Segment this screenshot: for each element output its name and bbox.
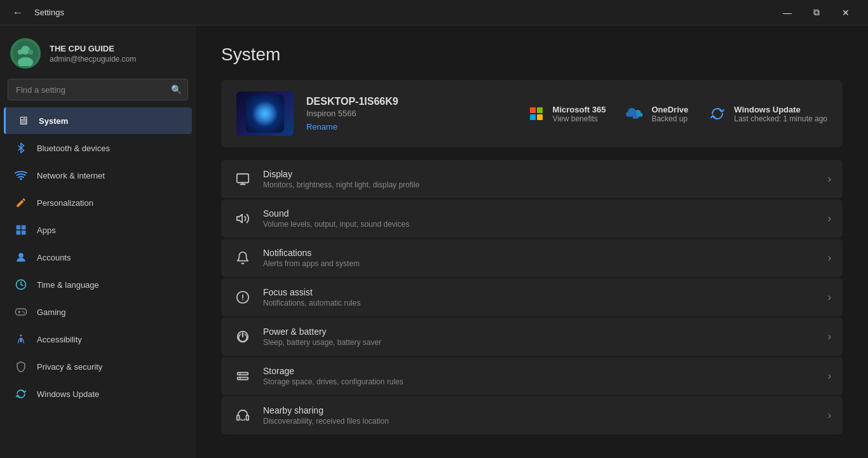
service-onedrive: OneDrive Backed up xyxy=(625,104,688,124)
profile-section: THE CPU GUIDE admin@thecpuguide.com xyxy=(0,25,196,79)
sidebar-item-time[interactable]: Time & language xyxy=(4,271,192,298)
sidebar-item-accounts[interactable]: Accounts xyxy=(4,244,192,271)
settings-item-focus[interactable]: Focus assist Notifications, automatic ru… xyxy=(221,278,843,316)
avatar-icon xyxy=(13,41,38,66)
sidebar-label-personalization: Personalization xyxy=(37,198,93,208)
focus-icon xyxy=(233,287,253,307)
display-icon xyxy=(233,169,253,189)
device-name: DESKTOP-1IS66K9 xyxy=(306,96,513,107)
system-icon: 🖥 xyxy=(16,114,30,128)
window-controls: — ⧉ ✕ xyxy=(773,3,860,23)
ms365-text: Microsoft 365 View benefits xyxy=(553,105,606,123)
svg-point-15 xyxy=(20,335,22,337)
svg-point-18 xyxy=(242,299,243,300)
svg-rect-9 xyxy=(22,231,26,235)
device-card: DESKTOP-1IS66K9 Inspiron 5566 Rename Mic… xyxy=(221,80,843,147)
sound-text: Sound Volume levels, output, input, soun… xyxy=(263,208,818,229)
display-chevron: › xyxy=(828,173,831,185)
storage-title: Storage xyxy=(263,366,818,376)
svg-rect-6 xyxy=(17,226,21,230)
service-ms365: Microsoft 365 View benefits xyxy=(526,104,606,124)
notifications-sub: Alerts from apps and system xyxy=(263,259,818,268)
nearby-chevron: › xyxy=(828,410,831,421)
svg-rect-7 xyxy=(22,226,26,230)
svg-rect-12 xyxy=(15,309,26,315)
notifications-chevron: › xyxy=(828,252,831,264)
device-thumbnail xyxy=(236,91,294,136)
ms365-icon xyxy=(526,104,546,124)
device-model: Inspiron 5566 xyxy=(306,109,513,118)
sidebar-item-privacy[interactable]: Privacy & security xyxy=(4,353,192,380)
accounts-icon xyxy=(14,250,28,264)
privacy-icon xyxy=(14,360,28,374)
winupdate-service-text: Windows Update Last checked: 1 minute ag… xyxy=(734,105,827,123)
storage-icon xyxy=(233,366,253,386)
profile-email: admin@thecpuguide.com xyxy=(50,55,136,64)
apps-icon xyxy=(14,223,28,237)
profile-info: THE CPU GUIDE admin@thecpuguide.com xyxy=(50,44,136,64)
focus-sub: Notifications, automatic rules xyxy=(263,299,818,307)
svg-point-14 xyxy=(24,312,25,313)
storage-chevron: › xyxy=(828,370,831,382)
sidebar-item-network[interactable]: Network & internet xyxy=(4,162,192,189)
onedrive-name: OneDrive xyxy=(651,105,688,114)
sound-chevron: › xyxy=(828,213,831,224)
ms365-sub: View benefits xyxy=(553,114,606,123)
svg-point-13 xyxy=(22,311,24,312)
sound-icon xyxy=(233,208,253,229)
sidebar-item-bluetooth[interactable]: Bluetooth & devices xyxy=(4,135,192,161)
profile-name: THE CPU GUIDE xyxy=(50,44,136,53)
power-icon xyxy=(233,327,253,347)
settings-item-display[interactable]: Display Monitors, brightness, night ligh… xyxy=(221,160,843,198)
app-body: THE CPU GUIDE admin@thecpuguide.com 🔍 🖥 … xyxy=(0,25,868,458)
settings-item-sound[interactable]: Sound Volume levels, output, input, soun… xyxy=(221,199,843,238)
svg-point-3 xyxy=(18,50,23,55)
sidebar-item-apps[interactable]: Apps xyxy=(4,217,192,243)
settings-item-storage[interactable]: Storage Storage space, drives, configura… xyxy=(221,357,843,395)
focus-title: Focus assist xyxy=(263,287,818,297)
power-sub: Sleep, battery usage, battery saver xyxy=(263,338,818,347)
app-title: Settings xyxy=(34,8,64,17)
rename-link[interactable]: Rename xyxy=(306,122,337,131)
sidebar-label-gaming: Gaming xyxy=(37,307,66,317)
nearby-sub: Discoverability, received files location xyxy=(263,417,818,426)
sidebar-item-system[interactable]: 🖥 System xyxy=(4,107,192,134)
focus-text: Focus assist Notifications, automatic ru… xyxy=(263,287,818,307)
settings-item-power[interactable]: Power & battery Sleep, battery usage, ba… xyxy=(221,318,843,356)
sidebar-label-network: Network & internet xyxy=(37,171,105,180)
back-button[interactable]: ← xyxy=(8,3,28,23)
network-icon xyxy=(14,168,28,182)
power-chevron: › xyxy=(828,331,831,342)
gaming-icon xyxy=(14,305,28,319)
svg-point-23 xyxy=(240,378,241,379)
onedrive-sub: Backed up xyxy=(651,114,688,123)
device-image xyxy=(246,95,284,133)
accessibility-icon xyxy=(14,332,28,346)
winupdate-service-sub: Last checked: 1 minute ago xyxy=(734,114,827,123)
sidebar-item-gaming[interactable]: Gaming xyxy=(4,299,192,325)
focus-chevron: › xyxy=(828,292,831,303)
personalization-icon xyxy=(14,196,28,210)
ms365-name: Microsoft 365 xyxy=(553,105,606,114)
sidebar-item-accessibility[interactable]: Accessibility xyxy=(4,326,192,353)
settings-item-notifications[interactable]: Notifications Alerts from apps and syste… xyxy=(221,239,843,277)
notifications-icon xyxy=(233,248,253,268)
winupdate-service-name: Windows Update xyxy=(734,105,827,114)
search-input[interactable] xyxy=(8,79,188,100)
settings-item-nearby[interactable]: Nearby sharing Discoverability, received… xyxy=(221,396,843,434)
sound-sub: Volume levels, output, input, sound devi… xyxy=(263,220,818,229)
sidebar-label-accessibility: Accessibility xyxy=(37,335,82,344)
sidebar-item-personalization[interactable]: Personalization xyxy=(4,189,192,216)
display-sub: Monitors, brightness, night light, displ… xyxy=(263,180,818,189)
sidebar-item-winupdate[interactable]: Windows Update xyxy=(4,381,192,407)
device-info: DESKTOP-1IS66K9 Inspiron 5566 Rename xyxy=(306,96,513,132)
sidebar-label-time: Time & language xyxy=(37,280,99,290)
onedrive-icon xyxy=(625,104,645,124)
restore-button[interactable]: ⧉ xyxy=(802,3,831,23)
bluetooth-icon xyxy=(14,141,28,155)
services-section: Microsoft 365 View benefits OneDrive xyxy=(526,104,827,124)
svg-point-5 xyxy=(20,178,22,180)
close-button[interactable]: ✕ xyxy=(831,3,860,23)
minimize-button[interactable]: — xyxy=(773,3,802,23)
nearby-title: Nearby sharing xyxy=(263,405,818,415)
